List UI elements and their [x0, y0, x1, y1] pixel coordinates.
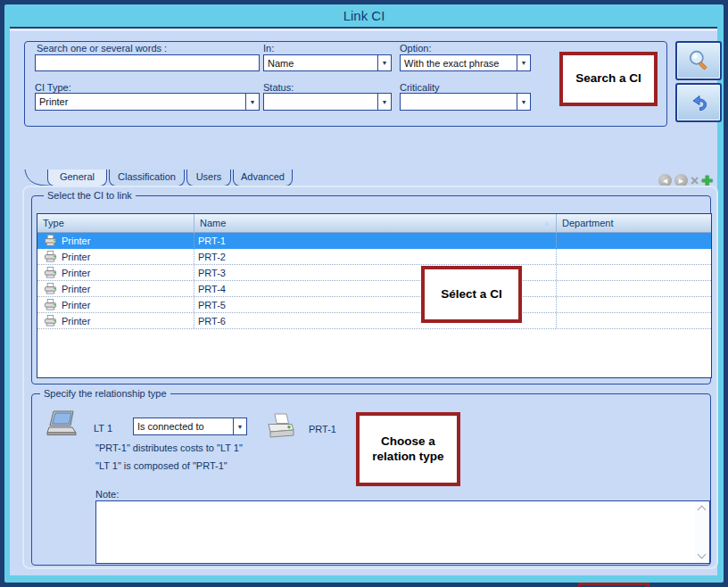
sort-ascending-icon: ▲	[543, 219, 550, 227]
printer-icon	[44, 299, 57, 310]
status-combobox[interactable]: ▼	[263, 93, 392, 111]
ci-type-combobox[interactable]: Printer ▼	[35, 93, 260, 111]
in-label: In:	[263, 43, 274, 54]
search-input-wrap	[35, 54, 260, 71]
note-field-wrap	[95, 500, 710, 564]
chevron-down-icon[interactable]: ▼	[377, 94, 391, 110]
table-row[interactable]: Printer PRT-6	[37, 313, 711, 329]
printer-icon	[44, 251, 57, 262]
status-label: Status:	[263, 82, 294, 93]
undo-icon	[687, 92, 710, 113]
relationship-group-label: Specify the relationship type	[40, 388, 170, 399]
printer-icon	[44, 283, 57, 294]
table-row[interactable]: Printer PRT-1	[37, 233, 711, 249]
criticality-combobox[interactable]: ▼	[400, 93, 531, 111]
column-header-type[interactable]: Type	[37, 214, 194, 232]
laptop-icon	[46, 410, 79, 437]
dialog-title: Link CI	[343, 8, 385, 23]
tab-advanced[interactable]: Advanced	[233, 169, 293, 186]
note-textarea[interactable]	[96, 501, 696, 563]
option-label: Option:	[400, 43, 431, 54]
column-header-department[interactable]: Department	[557, 214, 711, 232]
scroll-up-icon[interactable]	[698, 506, 707, 515]
printer-icon	[44, 235, 57, 246]
option-combobox-value: With the exact phrase	[401, 58, 517, 69]
table-row[interactable]: Printer PRT-3	[37, 265, 711, 281]
ci-type-label: CI Type:	[35, 82, 71, 93]
column-header-name[interactable]: Name ▲	[194, 214, 557, 232]
source-ci-label: LT 1	[94, 423, 112, 434]
chevron-down-icon[interactable]: ▼	[245, 94, 259, 110]
tab-classification[interactable]: Classification	[109, 169, 185, 186]
table-row[interactable]: Printer PRT-4	[37, 281, 711, 297]
note-scrollbar[interactable]	[695, 501, 709, 563]
link-ci-dialog: Link CI Search one or several words : In…	[0, 0, 728, 587]
ci-table: Type Name ▲ Department Printer PRT-1 Pri…	[37, 213, 712, 378]
table-row[interactable]: Printer PRT-2	[37, 249, 711, 265]
tab-swoosh-decoration	[24, 169, 49, 186]
dialog-body: Search one or several words : In: Name ▼…	[10, 27, 717, 575]
search-input[interactable]	[36, 55, 259, 70]
relation-description-2: "LT 1" is composed of "PRT-1"	[95, 460, 228, 471]
undo-button[interactable]	[675, 83, 722, 122]
relation-description-1: "PRT-1" distributes costs to "LT 1"	[95, 442, 243, 453]
target-ci-label: PRT-1	[309, 424, 336, 434]
chevron-down-icon[interactable]: ▼	[377, 55, 391, 70]
annotation-search-a-ci: Search a CI	[559, 52, 658, 106]
search-button[interactable]	[675, 41, 722, 80]
relation-type-combobox[interactable]: Is connected to ▼	[133, 418, 247, 435]
tab-general[interactable]: General	[47, 169, 107, 186]
relation-type-value: Is connected to	[134, 421, 233, 432]
scroll-down-icon[interactable]	[698, 550, 707, 559]
printer-icon	[44, 315, 57, 327]
printer-icon	[44, 267, 57, 278]
criticality-label: Criticality	[400, 82, 440, 93]
annotation-choose-relation-type: Choose a relation type	[356, 412, 460, 486]
select-ci-group-label: Select the CI to link	[44, 190, 136, 201]
note-label: Note:	[95, 489, 119, 500]
option-combobox[interactable]: With the exact phrase ▼	[400, 54, 531, 71]
tab-users[interactable]: Users	[186, 169, 231, 186]
search-words-label: Search one or several words :	[37, 43, 167, 54]
chevron-down-icon[interactable]: ▼	[517, 55, 530, 70]
in-combobox[interactable]: Name ▼	[263, 54, 392, 71]
search-icon	[686, 49, 711, 72]
chevron-down-icon[interactable]: ▼	[233, 418, 246, 434]
chevron-down-icon[interactable]: ▼	[517, 94, 530, 110]
annotation-select-a-ci: Sélect a CI	[421, 266, 522, 323]
annotation-ok-highlight	[578, 583, 649, 587]
ci-table-header: Type Name ▲ Department	[37, 214, 711, 233]
printer-icon	[265, 412, 297, 441]
table-row[interactable]: Printer PRT-5	[37, 297, 711, 313]
title-bar: Link CI	[4, 4, 724, 27]
ci-type-combobox-value: Printer	[36, 96, 245, 107]
in-combobox-value: Name	[264, 58, 377, 69]
